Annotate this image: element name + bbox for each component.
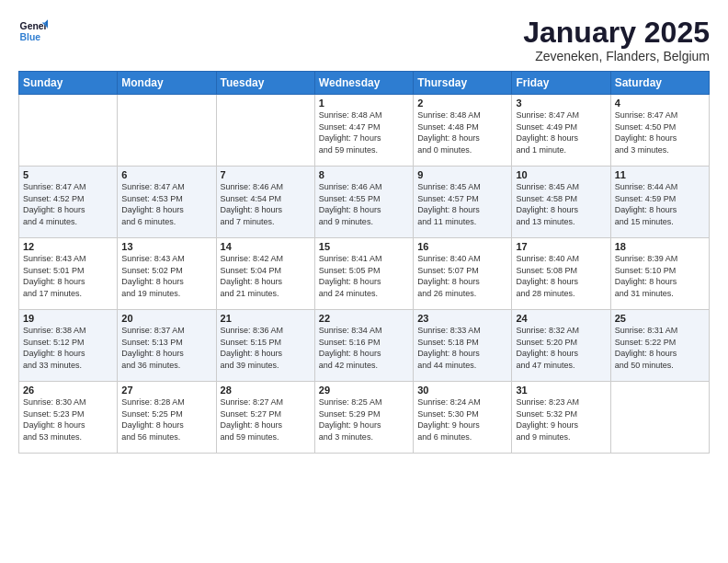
calendar-cell: 15Sunrise: 8:41 AM Sunset: 5:05 PM Dayli… — [314, 238, 413, 310]
calendar-cell: 12Sunrise: 8:43 AM Sunset: 5:01 PM Dayli… — [19, 238, 118, 310]
day-info: Sunrise: 8:27 AM Sunset: 5:27 PM Dayligh… — [221, 396, 311, 442]
day-info: Sunrise: 8:48 AM Sunset: 4:47 PM Dayligh… — [319, 109, 409, 155]
calendar-cell — [610, 382, 709, 454]
calendar-cell: 21Sunrise: 8:36 AM Sunset: 5:15 PM Dayli… — [216, 310, 314, 382]
header-day-monday: Monday — [118, 72, 216, 95]
day-number: 2 — [417, 98, 507, 109]
calendar-cell: 16Sunrise: 8:40 AM Sunset: 5:07 PM Dayli… — [414, 238, 512, 310]
day-number: 4 — [615, 98, 705, 109]
day-info: Sunrise: 8:39 AM Sunset: 5:10 PM Dayligh… — [615, 253, 705, 299]
day-number: 9 — [417, 169, 507, 180]
main-title: January 2025 — [523, 17, 710, 49]
day-number: 5 — [23, 169, 113, 180]
week-row-0: 1Sunrise: 8:48 AM Sunset: 4:47 PM Daylig… — [19, 95, 710, 167]
day-number: 23 — [417, 313, 507, 324]
day-number: 7 — [221, 169, 311, 180]
day-number: 24 — [516, 313, 606, 324]
day-info: Sunrise: 8:31 AM Sunset: 5:22 PM Dayligh… — [615, 325, 705, 371]
calendar-cell: 20Sunrise: 8:37 AM Sunset: 5:13 PM Dayli… — [118, 310, 216, 382]
day-info: Sunrise: 8:23 AM Sunset: 5:32 PM Dayligh… — [516, 396, 606, 442]
calendar-cell: 29Sunrise: 8:25 AM Sunset: 5:29 PM Dayli… — [314, 382, 413, 454]
calendar-cell — [19, 95, 118, 167]
day-info: Sunrise: 8:47 AM Sunset: 4:50 PM Dayligh… — [615, 109, 705, 155]
day-number: 30 — [417, 385, 507, 396]
day-number: 25 — [615, 313, 705, 324]
svg-text:Blue: Blue — [20, 32, 41, 42]
header-row: SundayMondayTuesdayWednesdayThursdayFrid… — [19, 72, 710, 95]
day-number: 3 — [516, 98, 606, 109]
calendar-cell: 25Sunrise: 8:31 AM Sunset: 5:22 PM Dayli… — [610, 310, 709, 382]
day-number: 6 — [121, 169, 211, 180]
day-info: Sunrise: 8:34 AM Sunset: 5:16 PM Dayligh… — [319, 325, 409, 371]
calendar-cell — [118, 95, 216, 167]
day-info: Sunrise: 8:32 AM Sunset: 5:20 PM Dayligh… — [516, 325, 606, 371]
calendar-body: 1Sunrise: 8:48 AM Sunset: 4:47 PM Daylig… — [19, 95, 710, 454]
calendar-cell: 6Sunrise: 8:47 AM Sunset: 4:53 PM Daylig… — [118, 167, 216, 238]
calendar-cell: 31Sunrise: 8:23 AM Sunset: 5:32 PM Dayli… — [512, 382, 610, 454]
calendar-header: SundayMondayTuesdayWednesdayThursdayFrid… — [19, 72, 710, 95]
day-number: 20 — [121, 313, 211, 324]
calendar-cell: 24Sunrise: 8:32 AM Sunset: 5:20 PM Dayli… — [512, 310, 610, 382]
day-info: Sunrise: 8:43 AM Sunset: 5:02 PM Dayligh… — [121, 253, 211, 299]
day-number: 15 — [319, 241, 409, 252]
calendar-cell: 14Sunrise: 8:42 AM Sunset: 5:04 PM Dayli… — [216, 238, 314, 310]
title-block: January 2025 Zeveneken, Flanders, Belgiu… — [523, 17, 710, 63]
day-info: Sunrise: 8:40 AM Sunset: 5:08 PM Dayligh… — [516, 253, 606, 299]
calendar-cell: 2Sunrise: 8:48 AM Sunset: 4:48 PM Daylig… — [414, 95, 512, 167]
day-number: 27 — [121, 385, 211, 396]
subtitle: Zeveneken, Flanders, Belgium — [523, 49, 710, 63]
calendar-cell: 10Sunrise: 8:45 AM Sunset: 4:58 PM Dayli… — [512, 167, 610, 238]
day-info: Sunrise: 8:25 AM Sunset: 5:29 PM Dayligh… — [319, 396, 409, 442]
day-number: 28 — [221, 385, 311, 396]
day-number: 17 — [516, 241, 606, 252]
day-info: Sunrise: 8:24 AM Sunset: 5:30 PM Dayligh… — [417, 396, 507, 442]
day-info: Sunrise: 8:28 AM Sunset: 5:25 PM Dayligh… — [121, 396, 211, 442]
header-day-friday: Friday — [512, 72, 610, 95]
day-number: 14 — [221, 241, 311, 252]
calendar-cell: 3Sunrise: 8:47 AM Sunset: 4:49 PM Daylig… — [512, 95, 610, 167]
day-number: 16 — [417, 241, 507, 252]
day-info: Sunrise: 8:47 AM Sunset: 4:53 PM Dayligh… — [121, 181, 211, 227]
day-info: Sunrise: 8:36 AM Sunset: 5:15 PM Dayligh… — [221, 325, 311, 371]
day-info: Sunrise: 8:46 AM Sunset: 4:55 PM Dayligh… — [319, 181, 409, 227]
day-number: 12 — [23, 241, 113, 252]
day-number: 13 — [121, 241, 211, 252]
day-info: Sunrise: 8:30 AM Sunset: 5:23 PM Dayligh… — [23, 396, 113, 442]
calendar-cell: 26Sunrise: 8:30 AM Sunset: 5:23 PM Dayli… — [19, 382, 118, 454]
header-day-wednesday: Wednesday — [314, 72, 413, 95]
day-number: 8 — [319, 169, 409, 180]
header-day-saturday: Saturday — [610, 72, 709, 95]
calendar-cell — [216, 95, 314, 167]
day-number: 26 — [23, 385, 113, 396]
week-row-4: 26Sunrise: 8:30 AM Sunset: 5:23 PM Dayli… — [19, 382, 710, 454]
calendar-cell: 1Sunrise: 8:48 AM Sunset: 4:47 PM Daylig… — [314, 95, 413, 167]
day-number: 31 — [516, 385, 606, 396]
calendar-cell: 7Sunrise: 8:46 AM Sunset: 4:54 PM Daylig… — [216, 167, 314, 238]
calendar-cell: 19Sunrise: 8:38 AM Sunset: 5:12 PM Dayli… — [19, 310, 118, 382]
calendar-cell: 8Sunrise: 8:46 AM Sunset: 4:55 PM Daylig… — [314, 167, 413, 238]
header-day-sunday: Sunday — [19, 72, 118, 95]
calendar-cell: 28Sunrise: 8:27 AM Sunset: 5:27 PM Dayli… — [216, 382, 314, 454]
day-info: Sunrise: 8:33 AM Sunset: 5:18 PM Dayligh… — [417, 325, 507, 371]
logo: General Blue — [18, 17, 48, 46]
calendar-cell: 4Sunrise: 8:47 AM Sunset: 4:50 PM Daylig… — [610, 95, 709, 167]
day-info: Sunrise: 8:37 AM Sunset: 5:13 PM Dayligh… — [121, 325, 211, 371]
calendar-cell: 23Sunrise: 8:33 AM Sunset: 5:18 PM Dayli… — [414, 310, 512, 382]
week-row-3: 19Sunrise: 8:38 AM Sunset: 5:12 PM Dayli… — [19, 310, 710, 382]
header-day-thursday: Thursday — [414, 72, 512, 95]
day-number: 10 — [516, 169, 606, 180]
header-day-tuesday: Tuesday — [216, 72, 314, 95]
day-info: Sunrise: 8:45 AM Sunset: 4:57 PM Dayligh… — [417, 181, 507, 227]
day-number: 29 — [319, 385, 409, 396]
calendar-cell: 22Sunrise: 8:34 AM Sunset: 5:16 PM Dayli… — [314, 310, 413, 382]
calendar-cell: 27Sunrise: 8:28 AM Sunset: 5:25 PM Dayli… — [118, 382, 216, 454]
day-info: Sunrise: 8:41 AM Sunset: 5:05 PM Dayligh… — [319, 253, 409, 299]
day-info: Sunrise: 8:44 AM Sunset: 4:59 PM Dayligh… — [615, 181, 705, 227]
day-info: Sunrise: 8:47 AM Sunset: 4:49 PM Dayligh… — [516, 109, 606, 155]
calendar-cell: 13Sunrise: 8:43 AM Sunset: 5:02 PM Dayli… — [118, 238, 216, 310]
day-info: Sunrise: 8:40 AM Sunset: 5:07 PM Dayligh… — [417, 253, 507, 299]
day-number: 21 — [221, 313, 311, 324]
calendar-cell: 17Sunrise: 8:40 AM Sunset: 5:08 PM Dayli… — [512, 238, 610, 310]
day-info: Sunrise: 8:42 AM Sunset: 5:04 PM Dayligh… — [221, 253, 311, 299]
week-row-1: 5Sunrise: 8:47 AM Sunset: 4:52 PM Daylig… — [19, 167, 710, 238]
